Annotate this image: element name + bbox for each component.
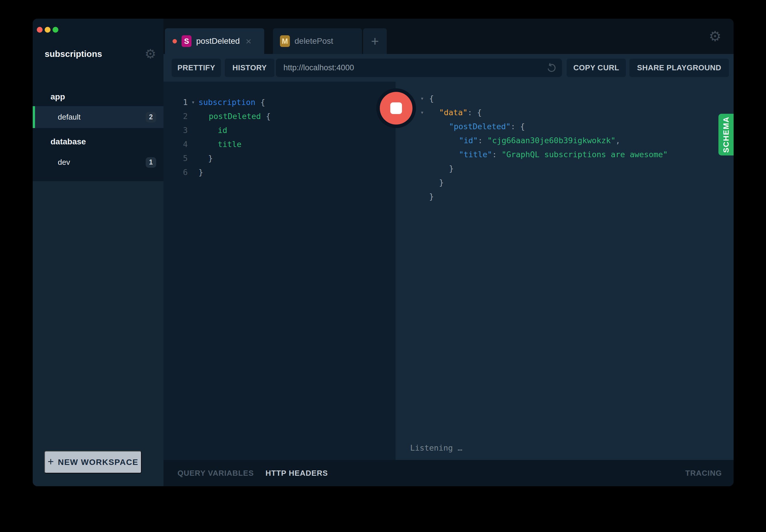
brace-token: { bbox=[429, 94, 434, 103]
json-line: ▾"data": { bbox=[396, 105, 734, 119]
stop-subscription-button[interactable] bbox=[380, 92, 412, 125]
json-key: "postDeleted" bbox=[449, 122, 510, 131]
share-playground-button[interactable]: SHARE PLAYGROUND bbox=[629, 59, 729, 77]
listening-status: Listening … bbox=[410, 443, 462, 452]
active-item-indicator bbox=[33, 106, 35, 128]
schema-side-tab[interactable]: SCHEMA bbox=[718, 114, 734, 155]
close-tab-icon[interactable]: × bbox=[246, 36, 251, 46]
fold-arrow-icon[interactable]: ▾ bbox=[188, 99, 199, 106]
new-workspace-label: NEW WORKSPACE bbox=[58, 458, 138, 467]
code-line: 1▾subscription{ bbox=[163, 95, 396, 109]
sidebar-item-dev[interactable]: dev 1 bbox=[33, 151, 163, 173]
json-line: ▾{ bbox=[396, 91, 734, 105]
line-number: 5 bbox=[163, 154, 188, 163]
brace-token: { bbox=[477, 108, 482, 117]
fold-arrow-icon[interactable]: ▾ bbox=[420, 109, 424, 115]
json-line: } bbox=[396, 161, 734, 175]
subscription-type-icon: S bbox=[181, 35, 192, 47]
plus-icon: + bbox=[48, 456, 54, 468]
code-line: 2postDeleted{ bbox=[163, 109, 396, 123]
tracing-tab[interactable]: TRACING bbox=[685, 469, 722, 478]
code-line: 5} bbox=[163, 151, 396, 165]
colon-token: : bbox=[510, 122, 520, 131]
json-line: } bbox=[396, 189, 734, 203]
sidebar-section-database: database bbox=[50, 137, 86, 146]
toolbar: PRETTIFY HISTORY COPY CURL SHARE PLAYGRO… bbox=[163, 54, 734, 82]
tab-label: deletePost bbox=[295, 36, 333, 46]
http-headers-tab[interactable]: HTTP HEADERS bbox=[266, 469, 328, 478]
line-number: 4 bbox=[163, 140, 188, 149]
tab-postdeleted[interactable]: S postDeleted × bbox=[165, 28, 264, 54]
endpoint-url-input[interactable] bbox=[276, 59, 562, 77]
schema-tab-label: SCHEMA bbox=[722, 116, 731, 153]
unsaved-changes-dot bbox=[172, 39, 177, 43]
json-key: "data" bbox=[439, 108, 468, 117]
new-workspace-button[interactable]: + NEW WORKSPACE bbox=[44, 451, 141, 473]
workspace-title: subscriptions bbox=[45, 49, 102, 59]
brace-token: } bbox=[439, 178, 444, 187]
plus-icon: + bbox=[371, 33, 379, 49]
code-line: 3id bbox=[163, 123, 396, 137]
sidebar-lower-panel: + NEW WORKSPACE bbox=[33, 181, 163, 486]
line-number: 1 bbox=[163, 98, 188, 107]
json-line: "title": "GraphQL subscriptions are awes… bbox=[396, 147, 734, 161]
mutation-type-icon: M bbox=[280, 35, 290, 47]
json-value: "cjg66aan30je60b39igkwokzk" bbox=[487, 136, 616, 145]
stop-icon bbox=[390, 102, 402, 114]
playground-window: subscriptions ⚙ app default 2 database d… bbox=[33, 19, 734, 486]
copy-curl-button[interactable]: COPY CURL bbox=[566, 59, 626, 77]
zoom-window-button[interactable] bbox=[53, 27, 58, 33]
code-line: 6} bbox=[163, 165, 396, 179]
brace-token: } bbox=[429, 192, 434, 201]
line-number: 3 bbox=[163, 126, 188, 135]
code-line: 4title bbox=[163, 137, 396, 151]
tab-count-badge: 2 bbox=[146, 112, 156, 123]
query-variables-tab[interactable]: QUERY VARIABLES bbox=[177, 469, 254, 478]
workspace-settings-gear-icon[interactable]: ⚙ bbox=[145, 48, 156, 60]
tab-count-badge: 1 bbox=[146, 157, 156, 168]
sidebar: subscriptions ⚙ app default 2 database d… bbox=[33, 19, 163, 486]
brace-token: } bbox=[449, 164, 454, 173]
json-key: "id" bbox=[459, 136, 478, 145]
endpoint-url-wrapper bbox=[276, 59, 562, 77]
settings-gear-icon[interactable]: ⚙ bbox=[709, 29, 721, 43]
sidebar-item-label: dev bbox=[58, 158, 70, 167]
tab-deletepost[interactable]: M deletePost bbox=[273, 28, 362, 54]
history-button[interactable]: HISTORY bbox=[225, 59, 274, 77]
json-value: "GraphQL subscriptions are awesome" bbox=[501, 150, 668, 159]
brace-token: } bbox=[208, 154, 213, 163]
sidebar-section-app: app bbox=[50, 92, 65, 101]
main-pane: S postDeleted × M deletePost + ⚙ PRETTIF… bbox=[163, 19, 734, 486]
brace-token: } bbox=[199, 168, 203, 177]
sidebar-item-default[interactable]: default 2 bbox=[33, 106, 163, 128]
bottom-bar: QUERY VARIABLES HTTP HEADERS TRACING bbox=[163, 460, 734, 486]
comma-token: , bbox=[615, 136, 620, 145]
sidebar-workspaces: subscriptions ⚙ app default 2 database d… bbox=[33, 19, 163, 181]
fold-arrow-icon[interactable]: ▾ bbox=[420, 95, 424, 101]
brace-token: { bbox=[520, 122, 525, 131]
response-pane: ▾{ ▾"data": { "postDeleted": { "id": "cj… bbox=[396, 82, 734, 460]
colon-token: : bbox=[492, 150, 502, 159]
json-line: "id": "cjg66aan30je60b39igkwokzk", bbox=[396, 133, 734, 147]
stop-button-ring bbox=[376, 88, 416, 128]
tab-label: postDeleted bbox=[196, 36, 240, 46]
brace-token: { bbox=[266, 112, 271, 121]
minimize-window-button[interactable] bbox=[45, 27, 50, 33]
json-line: } bbox=[396, 175, 734, 189]
query-editor[interactable]: 1▾subscription{ 2postDeleted{ 3id 4title… bbox=[163, 82, 396, 460]
close-window-button[interactable] bbox=[37, 27, 43, 33]
field-token: id bbox=[218, 126, 228, 135]
colon-token: : bbox=[468, 108, 477, 117]
sidebar-item-label: default bbox=[58, 113, 81, 122]
field-token: title bbox=[218, 140, 242, 149]
new-tab-button[interactable]: + bbox=[363, 28, 387, 54]
colon-token: : bbox=[478, 136, 487, 145]
json-line: "postDeleted": { bbox=[396, 119, 734, 133]
tab-bar: S postDeleted × M deletePost + ⚙ bbox=[163, 19, 734, 54]
field-token: postDeleted bbox=[209, 112, 261, 121]
prettify-button[interactable]: PRETTIFY bbox=[171, 59, 221, 77]
line-number: 2 bbox=[163, 112, 188, 121]
reload-icon[interactable] bbox=[546, 63, 557, 73]
workspace-header: subscriptions ⚙ bbox=[33, 47, 163, 61]
json-key: "title" bbox=[459, 150, 492, 159]
